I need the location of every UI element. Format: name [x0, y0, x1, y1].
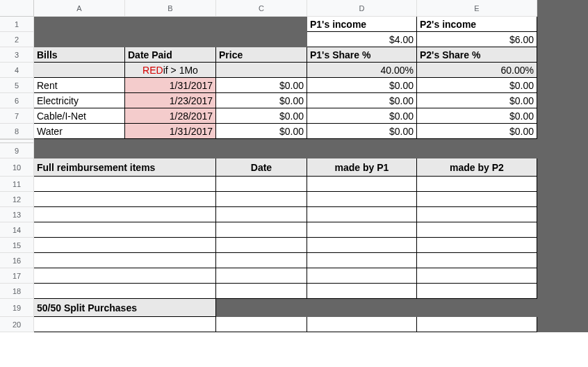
col-header-C[interactable]: C	[216, 0, 307, 17]
cell-A10[interactable]: Full reimbursement items	[34, 158, 216, 177]
cell-D5[interactable]: $0.00	[307, 78, 417, 93]
cell-A1[interactable]	[34, 17, 125, 32]
cell-C19[interactable]	[216, 299, 307, 317]
cell-A14[interactable]	[34, 222, 216, 238]
row-header-19[interactable]: 19	[0, 299, 34, 317]
cell-C13[interactable]	[216, 207, 307, 222]
cell-D2[interactable]: $4.00	[307, 32, 417, 47]
cell-E18[interactable]	[417, 284, 537, 299]
row-header-4[interactable]: 4	[0, 63, 34, 78]
cell-E13[interactable]	[417, 207, 537, 222]
cell-C8[interactable]: $0.00	[216, 124, 307, 139]
cell-D6[interactable]: $0.00	[307, 93, 417, 108]
cell-D4[interactable]: 40.00%	[307, 63, 417, 78]
row-header-1[interactable]: 1	[0, 17, 34, 32]
cell-C5[interactable]: $0.00	[216, 78, 307, 93]
row-header-7[interactable]: 7	[0, 108, 34, 124]
cell-C18[interactable]	[216, 284, 307, 299]
cell-E17[interactable]	[417, 268, 537, 284]
col-header-A[interactable]: A	[34, 0, 125, 17]
cell-E8[interactable]: $0.00	[417, 124, 537, 139]
cell-A18[interactable]	[34, 284, 216, 299]
cell-A15[interactable]	[34, 238, 216, 253]
cell-A5[interactable]: Rent	[34, 78, 125, 93]
spreadsheet-grid[interactable]: A B C D E 1 P1's income P2's income 2 $4…	[0, 0, 588, 332]
cell-C20[interactable]	[216, 317, 307, 332]
cell-A7[interactable]: Cable/I-Net	[34, 108, 125, 124]
cell-C6[interactable]: $0.00	[216, 93, 307, 108]
cell-E15[interactable]	[417, 238, 537, 253]
row-header-16[interactable]: 16	[0, 253, 34, 268]
cell-D7[interactable]: $0.00	[307, 108, 417, 124]
row-header-17[interactable]: 17	[0, 268, 34, 284]
row-header-13[interactable]: 13	[0, 207, 34, 222]
cell-B3[interactable]: Date Paid	[125, 47, 216, 63]
row-header-15[interactable]: 15	[0, 238, 34, 253]
cell-B7[interactable]: 1/28/2017	[125, 108, 216, 124]
cell-D19[interactable]	[307, 299, 417, 317]
cell-A2[interactable]	[34, 32, 125, 47]
cell-B6[interactable]: 1/23/2017	[125, 93, 216, 108]
row-header-18[interactable]: 18	[0, 284, 34, 299]
row-header-5[interactable]: 5	[0, 78, 34, 93]
cell-B9[interactable]	[125, 143, 216, 158]
cell-A8[interactable]: Water	[34, 124, 125, 139]
cell-C16[interactable]	[216, 253, 307, 268]
col-header-D[interactable]: D	[307, 0, 417, 17]
cell-C15[interactable]	[216, 238, 307, 253]
cell-E3[interactable]: P2's Share %	[417, 47, 537, 63]
cell-E14[interactable]	[417, 222, 537, 238]
cell-B1[interactable]	[125, 17, 216, 32]
cell-E16[interactable]	[417, 253, 537, 268]
cell-D17[interactable]	[307, 268, 417, 284]
row-header-3[interactable]: 3	[0, 47, 34, 63]
row-header-6[interactable]: 6	[0, 93, 34, 108]
cell-D20[interactable]	[307, 317, 417, 332]
cell-E6[interactable]: $0.00	[417, 93, 537, 108]
row-header-9[interactable]: 9	[0, 143, 34, 158]
cell-E2[interactable]: $6.00	[417, 32, 537, 47]
cell-E12[interactable]	[417, 192, 537, 207]
cell-E7[interactable]: $0.00	[417, 108, 537, 124]
cell-A6[interactable]: Electricity	[34, 93, 125, 108]
cell-C7[interactable]: $0.00	[216, 108, 307, 124]
cell-D13[interactable]	[307, 207, 417, 222]
cell-E1[interactable]: P2's income	[417, 17, 537, 32]
cell-A12[interactable]	[34, 192, 216, 207]
cell-B8[interactable]: 1/31/2017	[125, 124, 216, 139]
cell-E4[interactable]: 60.00%	[417, 63, 537, 78]
cell-C9[interactable]	[216, 143, 307, 158]
row-header-2[interactable]: 2	[0, 32, 34, 47]
cell-E19[interactable]	[417, 299, 537, 317]
cell-C2[interactable]	[216, 32, 307, 47]
cell-A11[interactable]	[34, 177, 216, 192]
cell-E10[interactable]: made by P2	[417, 158, 537, 177]
cell-D18[interactable]	[307, 284, 417, 299]
cell-A16[interactable]	[34, 253, 216, 268]
cell-D11[interactable]	[307, 177, 417, 192]
col-header-E[interactable]: E	[417, 0, 537, 17]
cell-C11[interactable]	[216, 177, 307, 192]
cell-C12[interactable]	[216, 192, 307, 207]
cell-E11[interactable]	[417, 177, 537, 192]
cell-B5[interactable]: 1/31/2017	[125, 78, 216, 93]
cell-A9[interactable]	[34, 143, 125, 158]
row-header-14[interactable]: 14	[0, 222, 34, 238]
cell-E9[interactable]	[417, 143, 537, 158]
cell-D12[interactable]	[307, 192, 417, 207]
cell-A17[interactable]	[34, 268, 216, 284]
cell-C14[interactable]	[216, 222, 307, 238]
cell-D1[interactable]: P1's income	[307, 17, 417, 32]
cell-D10[interactable]: made by P1	[307, 158, 417, 177]
row-header-8[interactable]: 8	[0, 124, 34, 139]
cell-E20[interactable]	[417, 317, 537, 332]
row-header-12[interactable]: 12	[0, 192, 34, 207]
cell-A20[interactable]	[34, 317, 216, 332]
cell-E5[interactable]: $0.00	[417, 78, 537, 93]
cell-A13[interactable]	[34, 207, 216, 222]
cell-D14[interactable]	[307, 222, 417, 238]
cell-A3[interactable]: Bills	[34, 47, 125, 63]
cell-B2[interactable]	[125, 32, 216, 47]
cell-D3[interactable]: P1's Share %	[307, 47, 417, 63]
cell-D8[interactable]: $0.00	[307, 124, 417, 139]
